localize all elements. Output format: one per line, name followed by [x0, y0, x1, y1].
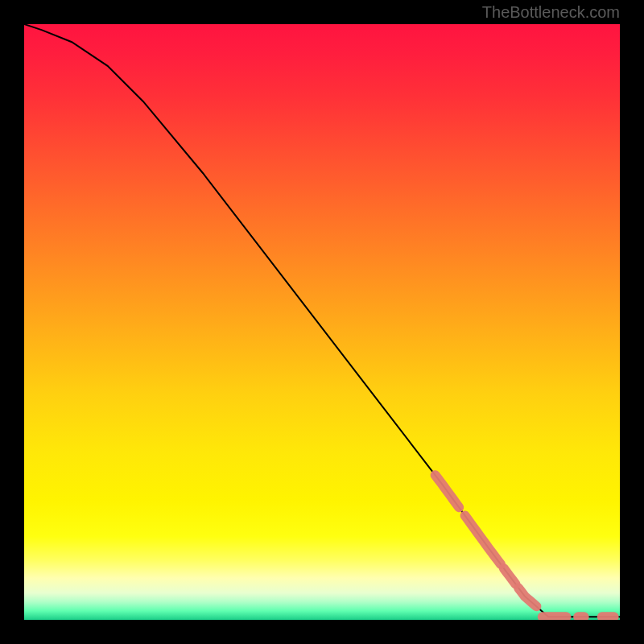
chart-container: TheBottleneck.com: [0, 0, 644, 644]
main-curve: [24, 24, 620, 617]
marker-dots: [436, 475, 614, 617]
plot-area: [24, 24, 620, 620]
watermark-text: TheBottleneck.com: [482, 3, 620, 22]
curve-layer: [24, 24, 620, 620]
